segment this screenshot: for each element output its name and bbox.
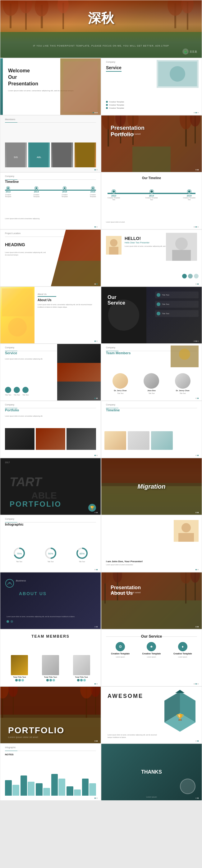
left-accent bbox=[0, 58, 3, 115]
social-dot-2c bbox=[53, 679, 55, 681]
social-dot-3a bbox=[77, 679, 80, 681]
page-dots-13 bbox=[94, 455, 97, 456]
team-avatar-2 bbox=[144, 373, 159, 389]
page-dots-9 bbox=[94, 341, 97, 342]
biz-dot-2 bbox=[10, 620, 13, 623]
our-service-large-title: Our Service bbox=[141, 634, 162, 639]
hello-big-image bbox=[166, 233, 197, 261]
slide-portfolio-autumn: PORTFOLIO Lorem ipsum dolor sit amet bbox=[0, 687, 101, 743]
service-title: Service bbox=[106, 65, 121, 72]
tree-silhouettes bbox=[0, 0, 202, 58]
team-avatar-large-2 bbox=[42, 655, 59, 675]
bar-6a bbox=[82, 779, 89, 796]
slide-migration: Migration bbox=[101, 458, 202, 515]
page-dots-2 bbox=[194, 112, 199, 113]
social-dot-1c bbox=[22, 679, 24, 681]
svg-rect-57 bbox=[101, 458, 202, 486]
svg-point-68 bbox=[181, 523, 191, 532]
our-tl-dot-3 bbox=[187, 190, 191, 193]
portfolio-title: PresentationPortfolio bbox=[111, 125, 145, 138]
os-text-3: Lorem ipsum bbox=[178, 656, 187, 658]
page-dots-20 bbox=[196, 626, 199, 627]
our-tl-text-1: Creative TemplateText bbox=[108, 197, 120, 200]
member-photos: SIS ABL bbox=[5, 143, 96, 167]
our-tl-text-3: Creative TemplateText bbox=[183, 197, 196, 200]
timeline-year-4: 2016 bbox=[90, 191, 95, 193]
slide-company-service: Company Service Lorem ipsum dolor sit am… bbox=[0, 344, 101, 400]
team-social-3 bbox=[77, 679, 86, 681]
slide-awesome: AWESOME 🏆 Lorem ipsum dolor sit amet, co… bbox=[101, 687, 202, 743]
hero-logo-icon: 🐉 bbox=[182, 49, 189, 55]
presenter-image bbox=[174, 520, 199, 542]
member-photo-1: SIS bbox=[5, 143, 27, 167]
service-content: Company Service Creative Template Creati… bbox=[101, 58, 202, 115]
team-member-large-1: Total Title Text bbox=[5, 655, 34, 681]
os-icon-1: ⚙ bbox=[116, 642, 125, 651]
cs-icon-circle-2 bbox=[14, 387, 20, 393]
business-dots bbox=[6, 620, 94, 623]
timeline-year-2: 2014 bbox=[34, 191, 39, 193]
hello-avatar bbox=[106, 236, 121, 254]
social-dot-3b bbox=[80, 679, 83, 681]
service-item-text-2: Creative Template bbox=[109, 104, 124, 106]
portfolio-company-label: Company bbox=[5, 404, 14, 406]
presenter-text: I am John Doe, Your Presenter! Lorem ips… bbox=[106, 560, 171, 566]
project-img-svg bbox=[51, 230, 101, 286]
project-diagonal bbox=[51, 230, 101, 286]
svg-rect-38 bbox=[51, 261, 101, 286]
info-circle-svg-3: 85% bbox=[76, 547, 88, 559]
dot bbox=[196, 740, 197, 742]
business-desc: Lorem ipsum dolor sit amet, consectetur … bbox=[6, 615, 94, 618]
os-items: ⚙ Creative Template Lorem ipsum ★ Creati… bbox=[106, 642, 197, 658]
slide-service: Company Service Creative Template Creati… bbox=[101, 58, 202, 115]
svg-point-16 bbox=[170, 66, 185, 82]
bar-group-2 bbox=[21, 775, 35, 796]
dot bbox=[94, 569, 96, 570]
svg-rect-73 bbox=[101, 600, 202, 629]
dot bbox=[94, 341, 96, 342]
our-tl-dot-1 bbox=[112, 190, 116, 193]
page-dots-19 bbox=[94, 626, 97, 627]
timeline-point-3: 2015 CreativeTemplate bbox=[61, 187, 68, 197]
about-label: About Us bbox=[38, 293, 56, 297]
about-content: About Us About Us Lorem ipsum dolor sit … bbox=[38, 293, 97, 308]
awesome-content: Lorem ipsum dolor sit amet, consectetur … bbox=[108, 734, 161, 739]
team-avatar-1 bbox=[113, 373, 128, 389]
dot bbox=[197, 626, 199, 627]
svg-marker-96 bbox=[175, 690, 184, 693]
timeline-point-2: 2014 CreativeTemplate bbox=[33, 187, 39, 197]
dot bbox=[196, 798, 197, 799]
gap-line bbox=[5, 751, 18, 751]
dot bbox=[196, 512, 197, 513]
company-service-photos bbox=[57, 344, 101, 400]
cs-icons: Title Text Title Text Title Text bbox=[5, 387, 29, 396]
project-desc: Lorem ipsum dolor sit amet, consectetur … bbox=[5, 251, 48, 256]
svg-text:75%: 75% bbox=[17, 552, 22, 555]
svg-text:50%: 50% bbox=[48, 552, 53, 555]
svg-rect-44 bbox=[172, 250, 191, 261]
portfolio-img-3 bbox=[66, 428, 96, 450]
team-role-2: Title Text bbox=[148, 393, 155, 394]
slide-company-timeline: Company Timeline bbox=[101, 401, 202, 458]
timeline-year-3: 2015 bbox=[62, 191, 67, 193]
dot bbox=[94, 683, 96, 685]
hero-subtitle: IF YOU LIKE THIS POWERPOINT TEMPLATE, PL… bbox=[33, 45, 169, 47]
slide-team: Company Team Members Dr. Jerry Chan Titl… bbox=[101, 344, 202, 400]
presenter-name: I am John Doe, Your Presenter! bbox=[106, 560, 171, 563]
bar-5b bbox=[74, 789, 81, 796]
portfolio-subtitle: Lorem ipsum dolor sit amet bbox=[111, 132, 141, 135]
timeline-desc-4: CreativeTemplate bbox=[90, 194, 96, 197]
bar-2b bbox=[28, 782, 34, 796]
os-text-2: Lorem ipsum bbox=[147, 656, 156, 658]
bar-6b bbox=[89, 783, 96, 796]
svg-text:SIS: SIS bbox=[14, 156, 18, 159]
page-dots-1 bbox=[93, 112, 97, 113]
team-photo bbox=[171, 345, 199, 367]
slide-infographic: Company Infographic 75% Title Text 50% T… bbox=[0, 515, 101, 572]
info-circle-svg-2: 50% bbox=[45, 547, 57, 559]
bar-4b bbox=[58, 779, 65, 796]
slide-our-service-large: Our Service ⚙ Creative Template Lorem ip… bbox=[101, 629, 202, 686]
our-timeline-points: 2013 Creative TemplateText 2014 Creative… bbox=[108, 190, 196, 200]
our-service-item-1: Title Text bbox=[155, 291, 199, 298]
bar-group-6 bbox=[82, 779, 96, 796]
